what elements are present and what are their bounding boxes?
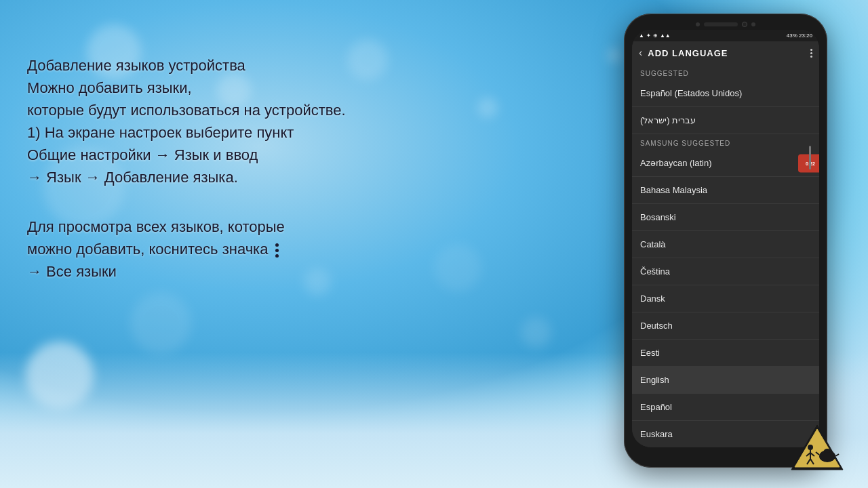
- text-line-5: Общие настройки → Язык и ввод: [27, 144, 346, 166]
- phone-speaker: [704, 22, 738, 26]
- text-line-9: → Все языки: [27, 260, 346, 283]
- dot2: [810, 52, 812, 54]
- app-bar-title: ADD LANGUAGE: [648, 48, 728, 58]
- battery-percent: 43% 23:20: [787, 33, 812, 39]
- text-line-2: Можно добавить языки,: [27, 77, 346, 99]
- svg-point-2: [808, 445, 813, 450]
- phone-frame: ▲ ✦ ⊕ ▲▲ 43% 23:20 ‹ ADD LANGUAGE: [624, 14, 827, 468]
- three-dots-icon: [275, 243, 279, 258]
- language-label: Català: [640, 239, 666, 249]
- status-icons-left: ▲ ✦ ⊕ ▲▲: [639, 33, 671, 39]
- svg-line-10: [835, 454, 839, 456]
- language-item-hebrew[interactable]: עברית (ישראל): [632, 107, 819, 134]
- language-item-azerbaijani[interactable]: Azərbaycan (latin) 0:22: [632, 150, 819, 177]
- phone-container: ▲ ✦ ⊕ ▲▲ 43% 23:20 ‹ ADD LANGUAGE: [624, 14, 827, 468]
- svg-marker-1: [795, 429, 840, 467]
- language-label: Español: [640, 402, 672, 412]
- more-options-button[interactable]: [810, 49, 812, 58]
- language-label: Eesti: [640, 348, 660, 358]
- language-item-bahasa-malaysia[interactable]: Bahasa Malaysia: [632, 177, 819, 204]
- network-icon: ⊕: [653, 33, 658, 39]
- language-item-eesti[interactable]: Eesti: [632, 340, 819, 367]
- language-label: Bahasa Malaysia: [640, 185, 707, 195]
- app-bar: ‹ ADD LANGUAGE: [632, 41, 819, 64]
- language-label: Deutsch: [640, 321, 673, 331]
- phone-camera: [742, 22, 747, 27]
- dot1: [810, 49, 812, 51]
- language-label: Bosanski: [640, 212, 676, 222]
- language-label: Euskara: [640, 429, 673, 439]
- language-item-espanol[interactable]: Español: [632, 394, 819, 421]
- text-line-4: 1) На экране настроек выберите пункт: [27, 121, 346, 144]
- wifi-icon: ▲: [639, 33, 644, 39]
- phone-dot-right: [751, 22, 755, 26]
- app-bar-left: ‹ ADD LANGUAGE: [639, 47, 728, 59]
- language-item-cestina[interactable]: Čeština: [632, 258, 819, 285]
- watermark-svg: [790, 424, 844, 471]
- text-line-1: Добавление языков устройства: [27, 54, 346, 77]
- language-label: Azərbaycan (latin): [640, 158, 712, 168]
- language-item-catala[interactable]: Català: [632, 231, 819, 258]
- suggested-header: SUGGESTED: [632, 64, 819, 80]
- bluetooth-icon: ✦: [646, 33, 651, 39]
- text-line-3: которые будут использоваться на устройст…: [27, 99, 346, 121]
- back-button[interactable]: ‹: [639, 47, 642, 59]
- language-item-espanol-estados[interactable]: Español (Estados Unidos): [632, 80, 819, 107]
- status-icons-right: 43% 23:20: [787, 33, 812, 39]
- phone-screen: ▲ ✦ ⊕ ▲▲ 43% 23:20 ‹ ADD LANGUAGE: [632, 30, 819, 447]
- signal-icon: ▲▲: [660, 33, 671, 39]
- text-line-6: → Язык → Добавление языка.: [27, 166, 346, 188]
- language-item-dansk[interactable]: Dansk: [632, 285, 819, 312]
- language-item-deutsch[interactable]: Deutsch: [632, 312, 819, 340]
- phone-top: [632, 22, 819, 27]
- watermark: [790, 424, 844, 471]
- language-list[interactable]: SUGGESTED Español (Estados Unidos) עברית…: [632, 64, 819, 447]
- status-bar: ▲ ✦ ⊕ ▲▲ 43% 23:20: [632, 30, 819, 41]
- scroll-thumb[interactable]: [809, 146, 811, 169]
- svg-point-11: [824, 449, 831, 453]
- language-label: Español (Estados Unidos): [640, 88, 742, 98]
- text-line-7: Для просмотра всех языков, которые: [27, 216, 346, 238]
- language-label: Dansk: [640, 293, 665, 304]
- language-label: English: [640, 375, 669, 385]
- text-overlay: Добавление языков устройства Можно добав…: [27, 54, 346, 283]
- language-label: עברית (ישראל): [640, 115, 696, 125]
- dot3: [810, 56, 812, 58]
- language-item-english[interactable]: English: [632, 367, 819, 394]
- language-label: Čeština: [640, 266, 670, 277]
- phone-dot-left: [696, 22, 700, 26]
- samsung-suggested-header: SAMSUNG SUGGESTED: [632, 134, 819, 150]
- text-line-8: можно добавить, коснитесь значка: [27, 238, 346, 260]
- language-item-bosanski[interactable]: Bosanski: [632, 204, 819, 231]
